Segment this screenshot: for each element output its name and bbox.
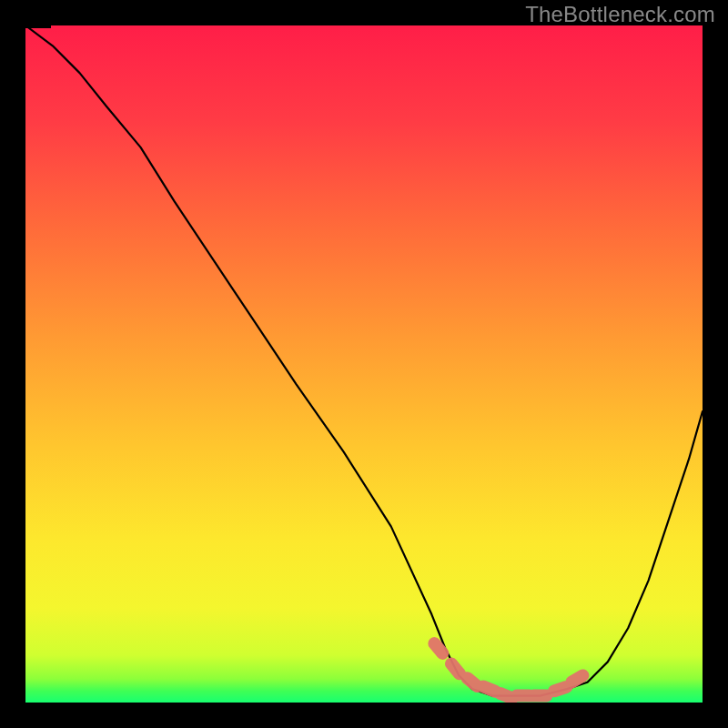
top-left-notch [25, 25, 51, 28]
chart-plot-area [25, 25, 703, 703]
chart-svg [25, 25, 703, 703]
watermark-label: TheBottleneck.com [525, 2, 715, 27]
gradient-background [25, 25, 703, 703]
